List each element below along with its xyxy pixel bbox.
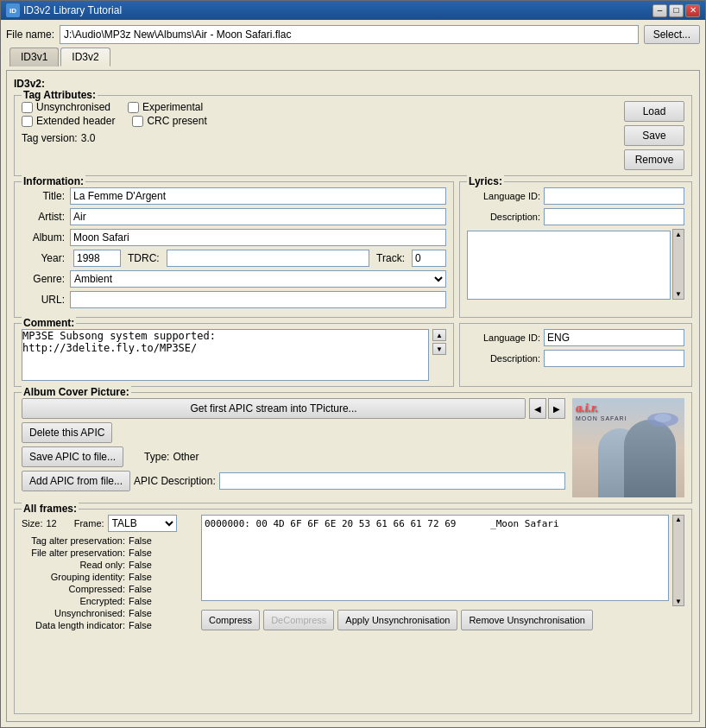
info-lyrics-row: Information: Title: Artist: Album: <box>14 181 692 318</box>
checkboxes-row2: Extended header CRC present <box>22 115 207 127</box>
main-window: ID ID3v2 Library Tutorial – □ ✕ File nam… <box>0 0 706 728</box>
frames-left: Size: 12 Frame: TALB TIT2 TPE1 TYER <box>22 515 194 630</box>
remove-button[interactable]: Remove <box>624 149 684 170</box>
comment-textarea[interactable]: MP3SE Subsong system supported: http://3… <box>22 329 429 381</box>
genre-label: Genre: <box>22 273 65 285</box>
comment-scroll-down[interactable]: ▼ <box>432 343 446 355</box>
minimize-button[interactable]: – <box>652 4 667 17</box>
next-apic-button[interactable]: ▶ <box>548 398 565 419</box>
frames-right: 0000000: 00 4D 6F 6F 6E 20 53 61 66 61 7… <box>201 515 684 630</box>
unsynchronised-label: Unsynchronised <box>36 101 110 113</box>
extended-header-checkbox[interactable] <box>22 116 33 127</box>
file-path-input[interactable] <box>60 25 639 44</box>
get-apic-button[interactable]: Get first APIC stream into TPicture... <box>22 398 526 419</box>
experimental-checkbox[interactable] <box>128 102 139 113</box>
add-apic-button[interactable]: Add APIC from file... <box>22 471 130 491</box>
frame-select[interactable]: TALB TIT2 TPE1 TYER <box>108 515 177 532</box>
data-length-item: Data length indicator: False <box>22 620 152 630</box>
title-input[interactable] <box>70 187 446 205</box>
album-input[interactable] <box>70 229 446 246</box>
comment-language-id-label: Language ID: <box>467 332 540 343</box>
decompress-button[interactable]: DeCompress <box>263 610 334 630</box>
apic-description-input[interactable] <box>219 472 565 490</box>
tag-attrs-left: Unsynchronised Experimental Extended hea… <box>22 101 207 144</box>
comment-language-id-input[interactable] <box>544 329 684 346</box>
encrypted-label: Encrypted: <box>22 596 125 606</box>
frame-scroll-up[interactable]: ▲ <box>675 516 682 523</box>
album-content: Get first APIC stream into TPicture... ◀… <box>22 398 684 497</box>
genre-select[interactable]: Ambient Rock Pop Electronic <box>70 270 446 288</box>
compressed-label: Compressed: <box>22 584 125 594</box>
tab-id3v2[interactable]: ID3v2 <box>60 47 110 66</box>
apply-unsync-button[interactable]: Apply Unsynchronisation <box>337 610 457 630</box>
comment-description-input[interactable] <box>544 350 684 367</box>
apic-stream-row: Get first APIC stream into TPicture... ◀… <box>22 398 565 419</box>
description-input[interactable] <box>544 208 684 225</box>
cover-artist-text: a.i.r. <box>576 402 598 415</box>
apic-small-buttons: Delete this APIC <box>22 422 565 443</box>
scroll-up-btn[interactable]: ▲ <box>674 230 683 239</box>
unsynchronised-row: Unsynchronised <box>22 101 110 113</box>
compress-button[interactable]: Compress <box>201 610 260 630</box>
file-row: File name: Select... <box>6 25 700 44</box>
track-input[interactable] <box>412 250 446 267</box>
frame-data-textarea[interactable]: 0000000: 00 4D 6F 6F 6E 20 53 61 66 61 7… <box>201 515 669 601</box>
remove-unsync-button[interactable]: Remove Unsynchronisation <box>461 610 593 630</box>
read-only-item: Read only: False <box>22 560 152 570</box>
delete-apic-button[interactable]: Delete this APIC <box>22 422 112 443</box>
experimental-row: Experimental <box>128 101 203 113</box>
comment-scroll-up[interactable]: ▲ <box>432 329 446 341</box>
tdrc-input[interactable] <box>167 250 369 267</box>
svg-point-1 <box>654 414 671 422</box>
artist-input[interactable] <box>70 208 446 225</box>
comment-inner: MP3SE Subsong system supported: http://3… <box>22 329 446 381</box>
window-controls: – □ ✕ <box>652 4 700 17</box>
artist-label: Artist: <box>22 211 65 223</box>
all-frames-group: All frames: Size: 12 Frame: TALB TIT2 TP… <box>14 509 692 714</box>
tag-alter-label: Tag alter preservation: <box>22 535 125 546</box>
tab-bar: ID3v1 ID3v2 <box>6 47 700 66</box>
frame-scroll-down[interactable]: ▼ <box>675 598 682 605</box>
tag-version-row: Tag version: 3.0 <box>22 132 207 144</box>
save-apic-button[interactable]: Save APIC to file... <box>22 446 123 467</box>
url-input[interactable] <box>70 291 446 308</box>
album-cover-label: Album Cover Picture: <box>22 386 131 398</box>
maximize-button[interactable]: □ <box>669 4 684 17</box>
prev-apic-button[interactable]: ◀ <box>529 398 546 419</box>
all-frames-label: All frames: <box>22 503 79 515</box>
cover-decoration <box>646 407 680 433</box>
year-input[interactable] <box>73 250 121 267</box>
tab-id3v1[interactable]: ID3v1 <box>9 47 59 66</box>
type-label: Type: <box>144 451 169 463</box>
size-label: Size: <box>22 518 42 529</box>
crc-present-checkbox[interactable] <box>132 116 143 127</box>
url-label: URL: <box>22 294 65 306</box>
scroll-down-btn[interactable]: ▼ <box>674 289 683 299</box>
frame-buttons: Compress DeCompress Apply Unsynchronisat… <box>201 610 684 630</box>
year-track-row: Year: TDRC: Track: <box>22 250 446 267</box>
tag-action-buttons: Load Save Remove <box>624 101 684 170</box>
title-label: Title: <box>22 190 65 202</box>
information-group: Information: Title: Artist: Album: <box>14 181 454 318</box>
language-id-input[interactable] <box>544 187 684 205</box>
select-button[interactable]: Select... <box>644 25 700 44</box>
lyrics-textarea[interactable] <box>467 231 671 300</box>
tag-version-label: Tag version: <box>22 132 78 144</box>
unsynchronised-checkbox[interactable] <box>22 102 33 113</box>
tag-attrs-content: Unsynchronised Experimental Extended hea… <box>22 101 684 170</box>
window-title: ID3v2 Library Tutorial <box>23 4 652 16</box>
save-button[interactable]: Save <box>624 125 684 146</box>
close-button[interactable]: ✕ <box>685 4 700 17</box>
load-button[interactable]: Load <box>624 101 684 122</box>
comment-group: Comment: MP3SE Subsong system supported:… <box>14 323 454 387</box>
tdrc-label: TDRC: <box>128 252 160 264</box>
add-apic-desc-row: Add APIC from file... APIC Description: <box>22 471 565 491</box>
unsynchronised-frames-item: Unsynchronised: False <box>22 608 152 618</box>
frame-scrollbar: ▲ ▼ <box>672 515 684 606</box>
comment-scroll: ▲ ▼ <box>432 329 446 381</box>
grouping-item: Grouping identity: False <box>22 572 152 582</box>
experimental-label: Experimental <box>142 101 203 113</box>
cover-album-text: MOON SAFARI <box>576 415 627 421</box>
comment-section: Comment: MP3SE Subsong system supported:… <box>14 323 692 387</box>
tag-attributes-label: Tag Attributes: <box>22 89 98 101</box>
